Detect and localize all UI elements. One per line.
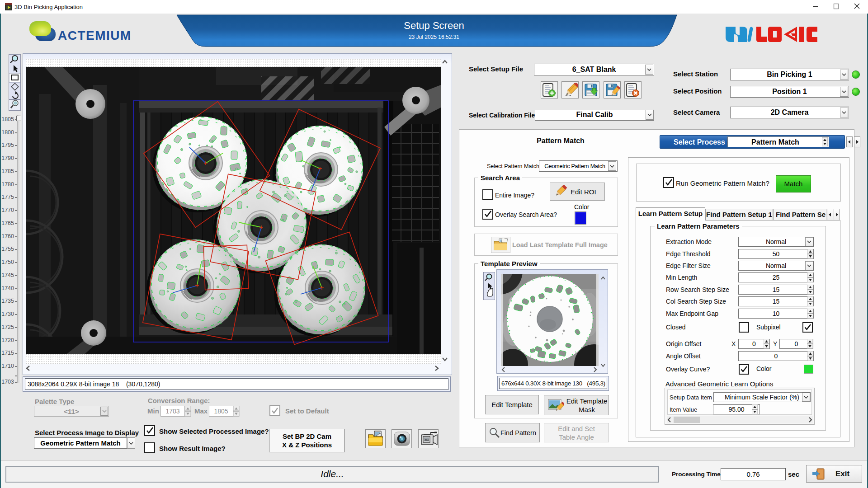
- svg-text:ACTEMIUM: ACTEMIUM: [58, 28, 132, 42]
